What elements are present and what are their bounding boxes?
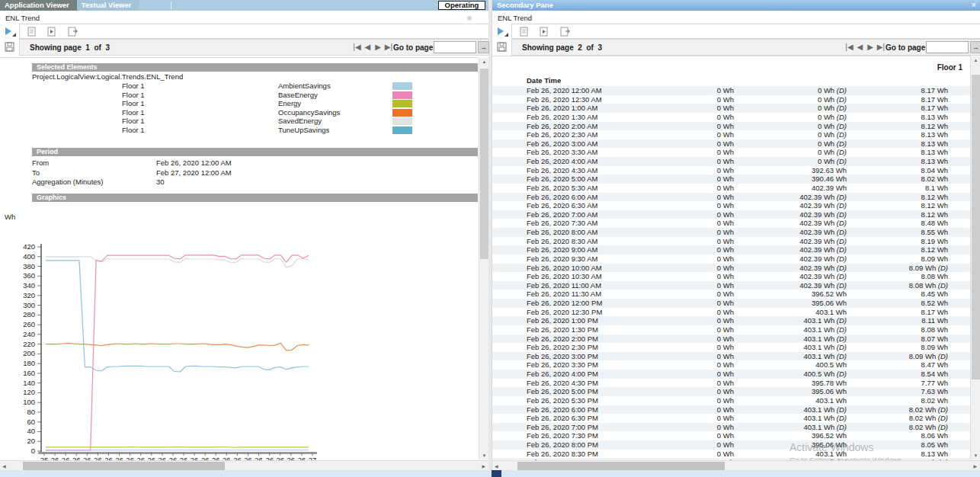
svg-text:180: 180 (23, 359, 35, 367)
last-page-button[interactable]: ▶| (876, 43, 885, 51)
right-vertical-scrollbar[interactable]: ▲ ▼ (970, 56, 980, 459)
left-vscroll-thumb[interactable] (480, 69, 488, 259)
table-cell: 8.13 Wh (847, 113, 948, 122)
table-cell: 400.5 Wh (734, 360, 847, 370)
table-cell: 8.09 Wh (D) (847, 264, 948, 273)
table-cell: Feb 26, 2020 12:00 PM (527, 299, 652, 308)
svg-text:20: 20 (27, 437, 35, 445)
table-cell: 0 Wh (D) (734, 122, 847, 131)
table-row: Feb 26, 2020 1:00 AM0 Wh0 Wh (D)8.17 Wh (492, 104, 971, 113)
scroll-left-icon[interactable]: ◀ (495, 463, 498, 469)
table-cell: 8.45 Wh (847, 290, 948, 299)
selected-elements-header: Selected Elements (32, 63, 478, 72)
right-hscroll-thumb[interactable] (517, 462, 725, 470)
secondary-pane-titlebar[interactable]: Secondary Pane × (492, 0, 980, 11)
report-icon[interactable] (27, 27, 36, 37)
next-page-button[interactable]: ▶ (866, 43, 875, 51)
table-row: Feb 26, 2020 1:00 PM0 Wh403.1 Wh (D)8.11… (492, 316, 971, 325)
export-report-icon[interactable] (68, 27, 78, 37)
left-vertical-scrollbar[interactable]: ▲ ▼ (479, 58, 488, 459)
scroll-down-icon[interactable]: ▼ (479, 453, 489, 458)
svg-text:300: 300 (23, 301, 35, 309)
table-cell: 403.1 Wh (D) (734, 423, 847, 432)
table-cell: 8.08 Wh (D) (847, 281, 948, 290)
table-cell: Feb 26, 2020 7:00 AM (527, 210, 652, 219)
legend-color-swatch (392, 109, 412, 117)
table-row: Feb 26, 2020 6:30 AM0 Wh402.39 Wh (D)8.1… (492, 201, 971, 210)
right-vscroll-thumb[interactable] (972, 75, 980, 379)
table-row: Feb 26, 2020 8:30 PM0 Wh403.1 Wh8.13 Wh (492, 450, 971, 459)
next-page-button[interactable]: ▶ (374, 43, 383, 51)
table-cell: 8.12 Wh (847, 201, 948, 210)
legend-row: Floor 1OccupancySavings (32, 108, 478, 117)
table-cell: Feb 26, 2020 6:30 AM (527, 201, 652, 210)
save-icon[interactable] (5, 42, 14, 52)
left-hscroll-thumb[interactable] (23, 462, 225, 470)
last-page-button[interactable]: ▶| (384, 43, 392, 51)
status-dot-icon (467, 16, 472, 21)
tab-application-viewer[interactable]: Application Viewer (0, 0, 77, 11)
scroll-down-icon[interactable]: ▼ (971, 453, 980, 458)
operating-button[interactable]: Operating (438, 1, 485, 10)
scroll-right-icon[interactable]: ▶ (973, 463, 977, 469)
table-row: Feb 26, 2020 11:00 AM0 Wh402.39 Wh (D)8.… (492, 281, 971, 290)
legend-row: Floor 1BaseEnergy (32, 91, 478, 100)
table-cell: 8.05 Wh (847, 440, 948, 450)
table-cell: 8.13 Wh (847, 450, 948, 459)
prev-page-button[interactable]: ◀ (856, 43, 864, 51)
run-trend-icon[interactable]: ... (5, 27, 16, 37)
table-cell: 402.39 Wh (D) (734, 281, 847, 290)
export-report-icon[interactable] (560, 27, 571, 37)
goto-page-input[interactable] (926, 41, 969, 53)
svg-text:160: 160 (23, 369, 35, 377)
table-cell: Feb 26, 2020 3:30 PM (527, 360, 652, 370)
table-cell: Feb 26, 2020 7:30 PM (527, 431, 652, 440)
tab-textual-viewer[interactable]: Textual Viewer (77, 0, 139, 11)
table-cell: 403.1 Wh (D) (734, 316, 847, 325)
table-row: Feb 26, 2020 11:30 AM0 Wh396.52 Wh8.45 W… (492, 290, 971, 299)
left-horizontal-scrollbar[interactable]: ◀ ▶ (0, 460, 488, 470)
scroll-up-icon[interactable]: ▲ (971, 58, 980, 62)
viewer-tabbar: Application Viewer Textual Viewer Operat… (0, 0, 488, 11)
save-icon[interactable] (497, 42, 507, 52)
period-aggregation-value: 30 (156, 178, 165, 186)
table-cell: 0 Wh (652, 370, 734, 379)
goto-page-input[interactable] (434, 41, 476, 53)
goto-page-go-button[interactable]: → (970, 41, 980, 53)
table-cell: 0 Wh (652, 193, 734, 202)
first-page-button[interactable]: |◀ (353, 43, 361, 51)
scroll-up-icon[interactable]: ▲ (479, 59, 489, 64)
trend-chart: Wh02040608010012014016018020022024026028… (0, 204, 450, 460)
table-cell: 402.39 Wh (734, 184, 847, 193)
svg-text:140: 140 (23, 379, 35, 387)
report-toolbar (19, 24, 488, 39)
run-report-icon[interactable] (540, 27, 548, 37)
period-to-label: To (32, 168, 40, 177)
right-horizontal-scrollbar[interactable]: ◀ ▶ (492, 460, 980, 470)
table-cell: 0 Wh (652, 219, 734, 228)
scroll-right-icon[interactable]: ▶ (482, 463, 485, 469)
table-cell: 7.77 Wh (847, 379, 948, 388)
pane-resize-handle[interactable] (492, 470, 501, 477)
close-icon[interactable]: × (972, 0, 976, 9)
period-from-value: Feb 26, 2020 12:00 AM (156, 158, 232, 167)
goto-page-go-button[interactable]: → (478, 41, 489, 53)
trend-title: ENL Trend (498, 14, 532, 22)
legend-color-swatch (392, 82, 412, 90)
table-cell: 0 Wh (D) (734, 86, 847, 95)
svg-text:0: 0 (31, 447, 35, 455)
table-row: Feb 26, 2020 3:30 AM0 Wh0 Wh (D)8.13 Wh (492, 148, 971, 157)
table-cell: Feb 26, 2020 10:00 AM (527, 264, 652, 273)
table-cell: 0 Wh (652, 423, 734, 432)
legend-series-name: TuneUpSavings (278, 126, 329, 134)
first-page-button[interactable]: |◀ (845, 43, 853, 51)
table-cell: Feb 26, 2020 2:00 PM (527, 335, 652, 344)
run-report-icon[interactable] (47, 27, 56, 37)
table-cell: 8.08 Wh (847, 272, 948, 281)
table-cell: 0 Wh (652, 245, 734, 255)
table-cell: Feb 26, 2020 4:00 PM (527, 370, 652, 379)
report-icon[interactable] (520, 27, 528, 37)
run-trend-icon[interactable]: ... (498, 27, 508, 37)
prev-page-button[interactable]: ◀ (363, 43, 372, 51)
scroll-left-icon[interactable]: ◀ (2, 463, 6, 469)
